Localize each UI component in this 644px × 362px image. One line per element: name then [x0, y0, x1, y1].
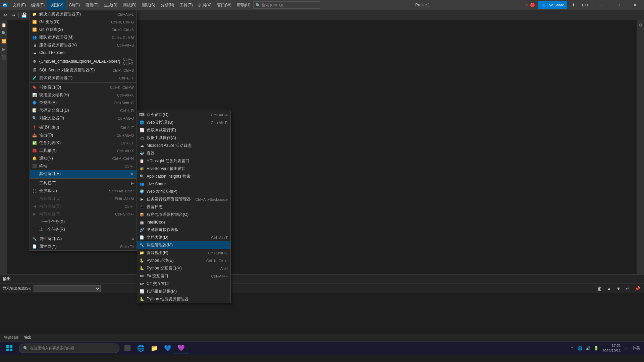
exp-button[interactable]: EXP — [579, 1, 592, 9]
sub-hdinsight[interactable]: 📋 HDInsight 任务列表窗口 — [137, 157, 230, 165]
menu-help[interactable]: 帮助(H) — [234, 0, 253, 10]
task-view-button[interactable]: ⬛ — [121, 342, 134, 354]
sub-command-window[interactable]: ⌨ 命令窗口(O) Ctrl+Alt+A — [137, 111, 230, 119]
menu-tools[interactable]: 工具(T) — [177, 0, 195, 10]
start-button[interactable] — [3, 342, 16, 354]
view-bookmarks[interactable]: 🔖 书签窗口(Q) Ctrl+K, Ctrl+W — [30, 83, 137, 91]
view-sql-server[interactable]: 🗄 SQL Server 对象资源管理器(S) Ctrl+\, Ctrl+S — [30, 66, 137, 74]
menu-view[interactable]: 视图(V) — [47, 0, 66, 10]
view-team-explorer[interactable]: 👥 团队资源管理器(M) Ctrl+\, Ctrl+M — [30, 34, 137, 41]
view-call-hierarchy[interactable]: 📊 调用层次结构(H) Ctrl+Alt+K — [30, 91, 137, 99]
sidebar-explorer-icon[interactable]: 📋 — [0, 21, 7, 29]
menu-edit[interactable]: 编辑(E) — [29, 0, 47, 10]
sub-load-test[interactable]: 📈 负载测试运行(E) — [137, 126, 230, 134]
vs-taskbar[interactable]: 💜 — [174, 342, 188, 354]
sub-hiveserver2[interactable]: 🐝 HiveServer2 输出窗口 — [137, 165, 230, 173]
sub-doc-outline[interactable]: 📄 文档大纲(D) Ctrl+Alt+T — [137, 234, 230, 241]
edge-taskbar[interactable]: 🌐 — [134, 342, 148, 354]
live-share-button[interactable]: 👥 Live Share — [538, 1, 567, 9]
view-next-task[interactable]: 下一个任务(X) — [30, 218, 137, 226]
tray-show-desktop[interactable]: ▭ — [622, 345, 629, 352]
menu-build[interactable]: 生成(B) — [101, 0, 120, 10]
toolbar-save[interactable]: 💾 — [20, 11, 28, 19]
tray-input-method[interactable]: 中/英 — [630, 346, 641, 351]
share-icon-button[interactable]: ⬆ — [570, 1, 578, 9]
view-object-browser[interactable]: 🔍 对象浏览器(J) Ctrl+Alt+J — [30, 114, 137, 122]
sub-csharp[interactable]: C# C# 交互窗口 — [137, 280, 230, 288]
output-footer-tab[interactable]: 输出 — [23, 335, 33, 340]
menu-window[interactable]: 窗口(W) — [214, 0, 234, 10]
view-server-explorer[interactable]: 🖥 服务器资源管理器(V) Ctrl+Alt+S — [30, 41, 137, 49]
view-toolbar[interactable]: 工具栏(T) ▶ — [30, 179, 137, 187]
taskbar-clock-display[interactable]: 17:21 2022/10/11 — [602, 343, 621, 353]
output-scroll-down[interactable]: ▼ — [614, 285, 623, 293]
view-cmdset[interactable]: ⚙ {CmdSet_cmdidAdlaExplorer_ADLAExplorer… — [30, 56, 137, 66]
sidebar-search-icon[interactable]: 🔍 — [0, 29, 7, 37]
sub-fsharp[interactable]: F# F# 交互窗口 Ctrl+Alt+F — [137, 272, 230, 280]
menu-analyze[interactable]: 分析(N) — [158, 0, 177, 10]
sub-python-env[interactable]: 🐍 Python 环境(E) Ctrl+K, Ctrl+` — [137, 257, 230, 264]
sub-device-log[interactable]: 📱 设备日志 — [137, 203, 230, 211]
sub-resource-view[interactable]: 📁 资源视图(R) Ctrl+Shift+E — [137, 249, 230, 257]
view-git-changes[interactable]: 🔀 Git 更改(G) Ctrl+0, Ctrl+G — [30, 18, 137, 26]
view-solution-explorer[interactable]: 📁 解决方案资源管理器(P) Ctrl+Alt+L — [30, 10, 137, 18]
view-prev-task[interactable]: 上一个任务(R) — [30, 226, 137, 233]
sub-browser-link[interactable]: 🔗 浏览器链接仪表板 — [137, 226, 230, 234]
toolbar-undo[interactable]: ↩ — [1, 11, 9, 19]
view-git-repo[interactable]: 🔀 Git 存储库(S) Ctrl+0, Ctrl+S — [30, 26, 137, 34]
sub-property-manager[interactable]: 🔧 属性管理器(M) — [137, 241, 230, 249]
sub-web-publish[interactable]: 🌍 Web 发布活动(P) — [137, 188, 230, 195]
tray-network[interactable]: 🌐 — [577, 345, 584, 352]
view-toolbox[interactable]: 🧰 工具箱(X) Ctrl+Alt+X — [30, 147, 137, 155]
view-notifications[interactable]: 🔔 通知(N) Ctrl+\, Ctrl+N — [30, 155, 137, 162]
sub-app-insights[interactable]: 🔍 Application Insights 搜索 — [137, 173, 230, 180]
sub-azure-log[interactable]: ☁ Microsoft Azure 活动日志 — [137, 142, 230, 149]
view-cloud-explorer[interactable]: ☁ Cloud Explorer — [30, 49, 137, 56]
menu-test[interactable]: 测试(S) — [139, 0, 158, 10]
output-source-select[interactable] — [34, 285, 101, 292]
view-output[interactable]: 📤 输出(O) Ctrl+Alt+O — [30, 131, 137, 139]
sub-package-manager[interactable]: 📦 程序包管理器控制台(O) — [137, 211, 230, 219]
view-error-list[interactable]: ❗ 错误列表(I) Ctrl+\, E — [30, 124, 137, 131]
output-scroll-up[interactable]: ▲ — [605, 285, 613, 293]
output-pin[interactable]: 📌 — [633, 285, 641, 293]
menu-project[interactable]: 项目(P) — [83, 0, 101, 10]
explorer-taskbar[interactable]: 📁 — [148, 342, 161, 354]
sub-python-resource[interactable]: 🐍 Python 性能资源管理器 — [137, 295, 230, 303]
error-list-footer-tab[interactable]: 错误列表 — [3, 335, 20, 340]
sub-data-tools[interactable]: 🗃 数据工具操作(A) — [137, 134, 230, 142]
sub-task-runner[interactable]: ▶ 任务运行程序资源管理器 Ctrl+Alt+Backsapce — [137, 195, 230, 203]
view-property-window[interactable]: 🔧 属性窗口(W) F4 — [30, 235, 137, 243]
view-other-windows[interactable]: 其他窗口(E) ▶ — [30, 170, 137, 178]
output-clear[interactable]: 🗑 — [596, 285, 604, 293]
azure-data-studio-taskbar[interactable]: 💙 — [161, 342, 174, 354]
toolbar-redo[interactable]: ↪ — [9, 11, 17, 19]
view-fullscreen[interactable]: ⛶ 全屏幕(U) Shift+Alt+Enter — [30, 187, 137, 195]
view-test-explorer[interactable]: 🧪 测试资源管理器(T) Ctrl+E, T — [30, 74, 137, 82]
view-class-view[interactable]: 🔷 类视图(A) Ctrl+Shift+C — [30, 99, 137, 107]
sidebar-extensions-icon[interactable]: ⬛ — [0, 54, 7, 61]
tray-battery[interactable]: 🔋 — [593, 345, 600, 352]
view-property-page[interactable]: 📄 属性页(Y) Shift+F4 — [30, 243, 137, 250]
sub-python-interactive[interactable]: 🐍 Python 交互窗口(V) Alt+I — [137, 264, 230, 272]
close-button[interactable]: ✕ — [627, 0, 643, 10]
maximize-button[interactable]: □ — [610, 0, 626, 10]
right-sidebar-icon1[interactable]: ⚙ — [637, 21, 644, 29]
sub-web-browser[interactable]: 🌐 Web 浏览器(B) Ctrl+Alt+R — [137, 119, 230, 126]
sidebar-git-icon[interactable]: 🔀 — [0, 38, 7, 45]
output-word-wrap[interactable]: ↵ — [624, 285, 632, 293]
minimize-button[interactable]: — — [594, 0, 609, 10]
menu-extend[interactable]: 扩展(X) — [196, 0, 214, 10]
view-code-definition[interactable]: 📝 代码定义窗口(D) Ctrl+\, D — [30, 107, 137, 114]
sub-live-share[interactable]: 👥 Live Share — [137, 180, 230, 188]
tray-volume[interactable]: 🔊 — [585, 345, 592, 352]
sub-code-metrics[interactable]: 📊 代码量值结果(M) — [137, 288, 230, 295]
menu-debug[interactable]: 调试(D) — [120, 0, 139, 10]
view-task-list[interactable]: ✅ 任务列表(K) Ctrl+\, T — [30, 139, 137, 147]
menu-file[interactable]: 文件(F) — [10, 0, 29, 10]
sub-containers[interactable]: 🐳 容器 — [137, 149, 230, 157]
sub-intellicode[interactable]: 🤖 IntelliCode — [137, 219, 230, 226]
menu-git[interactable]: Git(G) — [66, 0, 83, 10]
tray-chevron[interactable]: ^ — [569, 345, 576, 352]
taskbar-search[interactable]: 🔍 在这里输入你要搜索的内容 — [19, 344, 119, 353]
